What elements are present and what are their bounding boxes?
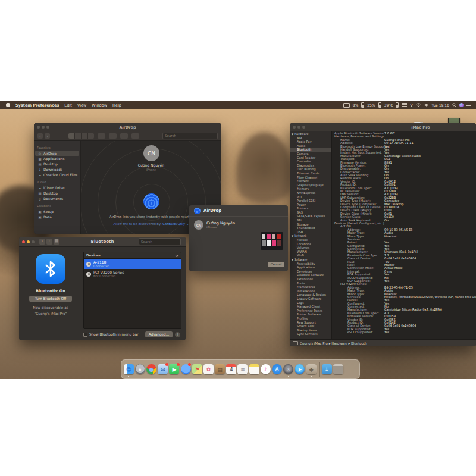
discover-value-dropdown[interactable]: Contacts Only ⌄ bbox=[162, 222, 189, 226]
sysinfo-sidebar-item[interactable]: Network bbox=[290, 234, 331, 238]
sidebar-item[interactable]: iCloud bbox=[34, 179, 80, 185]
sysinfo-sidebar-item[interactable]: Audio bbox=[290, 144, 331, 148]
sysinfo-sidebar-item[interactable]: SPI bbox=[290, 218, 331, 223]
sysinfo-sidebar-item[interactable]: Ethernet Cards bbox=[290, 171, 331, 176]
sysinfo-sidebar-item[interactable]: Applications bbox=[290, 265, 331, 270]
menu-edit[interactable]: Edit bbox=[64, 103, 72, 108]
cancel-button[interactable]: Cancel bbox=[268, 262, 284, 267]
sysinfo-sidebar-item[interactable]: Parallel SCSI bbox=[290, 199, 331, 203]
sysinfo-sidebar-item[interactable]: Locations bbox=[290, 242, 331, 246]
menu-clock[interactable]: Tue 19:10 bbox=[432, 103, 449, 107]
dock-appstore-icon[interactable]: A bbox=[271, 362, 282, 377]
sysinfo-sidebar-item[interactable]: Profiles bbox=[290, 317, 331, 321]
sysinfo-sidebar-item[interactable]: Graphics/Displays bbox=[290, 183, 331, 187]
spotlight-search-icon[interactable] bbox=[452, 103, 456, 107]
sidebar-item[interactable]: ▣ Setup bbox=[34, 209, 80, 214]
sysinfo-sidebar-item[interactable]: Installations bbox=[290, 289, 331, 293]
sysinfo-sidebar-item[interactable]: SATA/SATA Express bbox=[290, 214, 331, 218]
sysinfo-sidebar-item[interactable]: Disabled Software bbox=[290, 273, 331, 277]
sysinfo-sidebar-item[interactable]: Startup Items bbox=[290, 328, 331, 333]
dock-trash-icon[interactable] bbox=[333, 362, 343, 377]
sysinfo-sidebar-item[interactable]: WWAN bbox=[290, 250, 331, 254]
forward-button[interactable]: › bbox=[45, 133, 50, 139]
sysinfo-sidebar-item[interactable]: Language & Region bbox=[290, 293, 331, 297]
dock-finder-icon[interactable]: ☺ bbox=[123, 362, 134, 377]
secondary-percent[interactable]: 25% bbox=[367, 103, 375, 107]
apple-menu-icon[interactable] bbox=[6, 103, 10, 107]
advanced-button[interactable]: Advanced… bbox=[145, 331, 173, 337]
dock-launchpad-icon[interactable]: ★ bbox=[134, 362, 145, 377]
notification-center-icon[interactable] bbox=[466, 104, 471, 107]
dock-mail-icon[interactable]: ✉ bbox=[158, 362, 168, 377]
sysinfo-sidebar-item[interactable]: Sync Services bbox=[290, 332, 331, 336]
volume-icon[interactable] bbox=[424, 103, 429, 107]
sysinfo-sidebar-item[interactable]: Raw Support bbox=[290, 321, 331, 325]
sidebar-item[interactable]: Favorites bbox=[34, 145, 80, 151]
dock-photos-icon[interactable]: ✿ bbox=[203, 362, 214, 377]
sysinfo-sidebar-item[interactable]: Logs bbox=[290, 301, 331, 305]
sidebar-item[interactable]: ▣ Data bbox=[34, 214, 80, 220]
sysinfo-sidebar-item[interactable]: Fonts bbox=[290, 281, 331, 286]
sysinfo-sidebar-item[interactable]: Volumes bbox=[290, 246, 331, 250]
sysinfo-sidebar-item[interactable]: Developer bbox=[290, 270, 331, 274]
show-in-menubar-checkbox[interactable] bbox=[83, 333, 87, 337]
action-gear-button[interactable] bbox=[109, 133, 117, 139]
peer-avatar[interactable]: CN bbox=[194, 220, 203, 230]
sidebar-item[interactable]: Locations bbox=[34, 203, 80, 209]
temperature-status[interactable]: 39°C bbox=[384, 103, 393, 107]
preferences-search-input[interactable]: Search bbox=[139, 238, 181, 245]
sidebar-item[interactable]: ↓ Downloads bbox=[34, 167, 80, 172]
menu-window[interactable]: Window bbox=[92, 103, 107, 108]
dock-app-icon[interactable]: ◆ bbox=[306, 362, 317, 377]
dock-messages-icon[interactable]: … bbox=[180, 362, 191, 377]
back-button[interactable]: ‹ bbox=[37, 133, 43, 139]
sysinfo-sidebar-item[interactable]: Diagnostics bbox=[290, 164, 331, 168]
sidebar-item[interactable]: ▦ Applications bbox=[34, 156, 80, 161]
refresh-icon[interactable]: ⟳ bbox=[176, 253, 178, 258]
sidebar-item[interactable]: ▤ Desktop bbox=[34, 190, 80, 196]
sysinfo-sidebar-item[interactable]: PCI bbox=[290, 195, 331, 199]
sysinfo-sidebar-item[interactable]: SmartCards bbox=[290, 324, 331, 328]
sidebar-item[interactable]: ▯ Documents bbox=[34, 196, 80, 201]
sysinfo-sidebar-item[interactable]: Thunderbolt bbox=[290, 226, 331, 230]
peer-avatar[interactable]: CN bbox=[143, 145, 159, 161]
sidebar-item[interactable]: ☁ Creative Cloud Files bbox=[34, 172, 80, 177]
close-button[interactable] bbox=[293, 126, 296, 129]
display-status-icon[interactable] bbox=[343, 103, 350, 108]
dock-notes-icon[interactable] bbox=[249, 362, 259, 377]
minimize-button[interactable] bbox=[298, 126, 300, 129]
sysinfo-sidebar-item[interactable]: Extensions bbox=[290, 277, 331, 281]
dock-system-preferences-icon[interactable]: ☀ bbox=[283, 362, 294, 377]
share-button[interactable] bbox=[120, 133, 128, 139]
dock-safari-icon[interactable]: ➤ bbox=[295, 362, 305, 377]
dock-contacts-icon[interactable]: ▤ bbox=[215, 362, 226, 377]
sysinfo-sidebar-item[interactable]: Hardware bbox=[290, 132, 331, 136]
sysinfo-sidebar-item[interactable]: Software bbox=[290, 258, 331, 262]
wifi-icon[interactable] bbox=[416, 103, 421, 107]
menu-app-name[interactable]: System Preferences bbox=[15, 103, 59, 108]
dock-calendar-icon[interactable]: 4 bbox=[226, 362, 237, 377]
zoom-button[interactable] bbox=[302, 126, 305, 129]
sysinfo-sidebar-item[interactable]: Memory bbox=[290, 187, 331, 191]
menu-view[interactable]: View bbox=[77, 103, 86, 108]
dock-chrome-icon[interactable]: ● bbox=[146, 362, 156, 377]
sysinfo-sidebar-item[interactable]: Managed Client bbox=[290, 305, 331, 309]
tags-button[interactable] bbox=[131, 133, 139, 139]
help-button[interactable]: ? bbox=[175, 332, 180, 337]
sysinfo-sidebar-item[interactable]: Storage bbox=[290, 223, 331, 227]
sysinfo-sidebar-item[interactable]: Controller bbox=[290, 159, 331, 164]
sidebar-item[interactable]: ☁ iCloud Drive bbox=[34, 185, 80, 190]
sysinfo-sidebar-item[interactable]: NVMExpress bbox=[290, 191, 331, 195]
dock-downloads-icon[interactable]: ↓ bbox=[319, 362, 332, 377]
sysinfo-sidebar-item[interactable]: Printer Software bbox=[290, 312, 331, 317]
sysinfo-sidebar-item[interactable]: Legacy Software bbox=[290, 297, 331, 301]
dock-itunes-icon[interactable]: ♪ bbox=[260, 362, 271, 377]
sysinfo-sidebar-item[interactable]: Card Reader bbox=[290, 156, 331, 160]
sysinfo-sidebar-item[interactable]: Camera bbox=[290, 152, 331, 156]
siri-icon[interactable] bbox=[459, 103, 464, 107]
airdrop-peer-row[interactable]: CN Cường Nguyễn iPhone bbox=[189, 217, 288, 230]
sysinfo-sidebar-item[interactable]: Accessibility bbox=[290, 262, 331, 266]
sysinfo-sidebar-item[interactable]: ATA bbox=[290, 136, 331, 140]
sysinfo-sidebar-item[interactable]: Firewall bbox=[290, 238, 331, 242]
sysinfo-sidebar-item[interactable]: Frameworks bbox=[290, 285, 331, 289]
